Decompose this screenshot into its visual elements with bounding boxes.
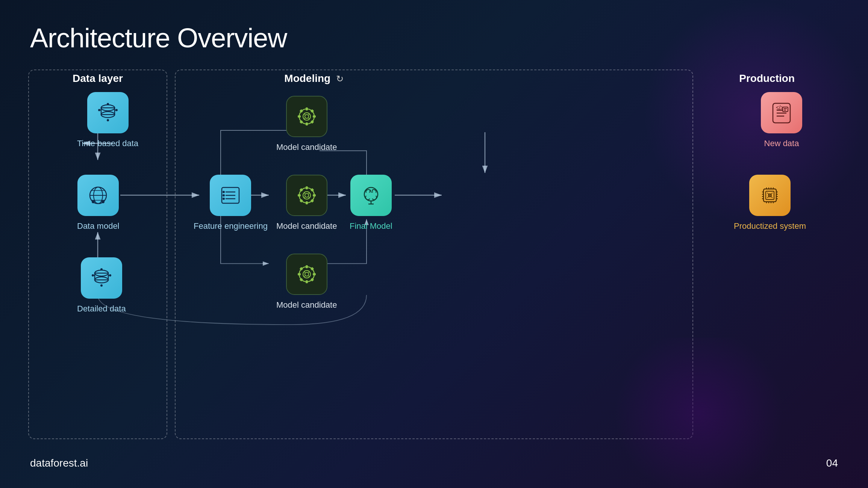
node-detailed-data: Detailed data <box>77 257 126 314</box>
svg-line-61 <box>304 118 306 119</box>
footer-brand: dataforest.ai <box>30 457 88 469</box>
production-header: Production <box>739 73 795 85</box>
diagram-container: Data layer Modeling ↻ Production <box>28 58 840 450</box>
svg-line-91 <box>304 275 306 277</box>
svg-rect-81 <box>306 280 308 283</box>
svg-line-75 <box>308 193 309 194</box>
node-productized-system: Productized system <box>734 175 806 231</box>
svg-rect-52 <box>298 115 301 118</box>
modeling-box <box>175 69 693 439</box>
node-new-data: </> New data <box>761 92 802 148</box>
svg-rect-65 <box>306 186 308 189</box>
svg-line-89 <box>304 272 306 273</box>
svg-point-46 <box>223 194 225 196</box>
svg-point-47 <box>223 198 225 200</box>
node-data-model: Data model <box>77 175 120 231</box>
node-time-based-data: Time based data <box>77 92 138 148</box>
svg-line-62 <box>308 118 309 119</box>
svg-rect-68 <box>313 194 316 196</box>
modeling-header: Modeling ↻ <box>284 73 343 85</box>
svg-rect-82 <box>298 273 301 275</box>
svg-rect-51 <box>306 122 308 125</box>
svg-line-77 <box>308 196 309 198</box>
svg-line-76 <box>304 196 306 198</box>
node-final-model: AI Final Model <box>350 175 392 231</box>
svg-rect-53 <box>313 115 316 118</box>
node-model-candidate-mid: Model candidate <box>276 175 337 231</box>
svg-point-45 <box>223 191 225 193</box>
footer-page: 04 <box>826 457 838 469</box>
svg-rect-67 <box>298 194 301 196</box>
svg-line-90 <box>308 272 309 273</box>
node-model-candidate-top: Model candidate <box>276 96 337 152</box>
svg-line-60 <box>308 114 309 115</box>
data-layer-header: Data layer <box>73 73 123 85</box>
page-title: Architecture Overview <box>30 23 287 53</box>
svg-rect-83 <box>313 273 316 275</box>
svg-line-92 <box>308 275 309 277</box>
svg-line-59 <box>304 114 306 115</box>
svg-rect-80 <box>306 265 308 268</box>
svg-rect-50 <box>306 107 308 110</box>
node-model-candidate-bot: Model candidate <box>276 254 337 310</box>
node-feature-engineering: Feature engineering <box>194 175 268 231</box>
svg-rect-66 <box>306 201 308 204</box>
svg-line-74 <box>304 193 306 194</box>
